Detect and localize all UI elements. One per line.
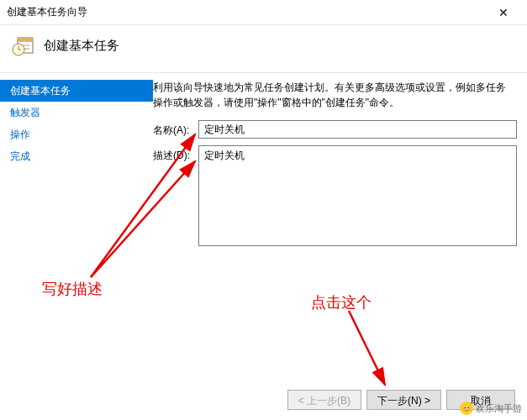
name-input[interactable] [198,120,517,139]
sidebar-item-label: 完成 [10,150,30,162]
watermark-icon: 😊 [460,402,473,415]
sidebar-item-label: 触发器 [10,107,40,118]
svg-rect-1 [18,38,33,42]
watermark-text: 欢乐淘手游 [476,402,522,415]
wizard-description: 利用该向导快速地为常见任务创建计划。有关更多高级选项或设置，例如多任务操作或触发… [153,80,517,110]
watermark: 😊 欢乐淘手游 [460,402,522,415]
sidebar-item-create-basic-task[interactable]: 创建基本任务 [0,80,153,102]
calendar-clock-icon [12,34,35,57]
close-icon: ✕ [498,6,509,19]
wizard-header: 创建基本任务 [0,25,527,73]
sidebar-item-trigger[interactable]: 触发器 [0,102,153,123]
sidebar-item-finish[interactable]: 完成 [0,145,153,167]
sidebar-item-action[interactable]: 操作 [0,123,153,145]
description-label: 描述(D): [153,145,198,163]
wizard-steps-sidebar: 创建基本任务 触发器 操作 完成 [0,73,153,359]
next-button[interactable]: 下一步(N) > [366,390,441,410]
sidebar-item-label: 操作 [10,129,30,140]
wizard-title: 创建基本任务 [44,38,119,54]
back-button: < 上一步(B) [287,390,361,410]
window-title: 创建基本任务向导 [7,5,487,19]
name-field-row: 名称(A): [153,120,517,139]
sidebar-item-label: 创建基本任务 [10,85,71,97]
name-label: 名称(A): [153,120,198,138]
wizard-main: 利用该向导快速地为常见任务创建计划。有关更多高级选项或设置，例如多任务操作或触发… [153,73,527,359]
description-input[interactable] [198,145,517,246]
description-field-row: 描述(D): [153,145,517,246]
close-button[interactable]: ✕ [487,1,520,24]
window-titlebar: 创建基本任务向导 ✕ [0,0,527,25]
wizard-content: 创建基本任务 触发器 操作 完成 利用该向导快速地为常见任务创建计划。有关更多高… [0,73,527,359]
